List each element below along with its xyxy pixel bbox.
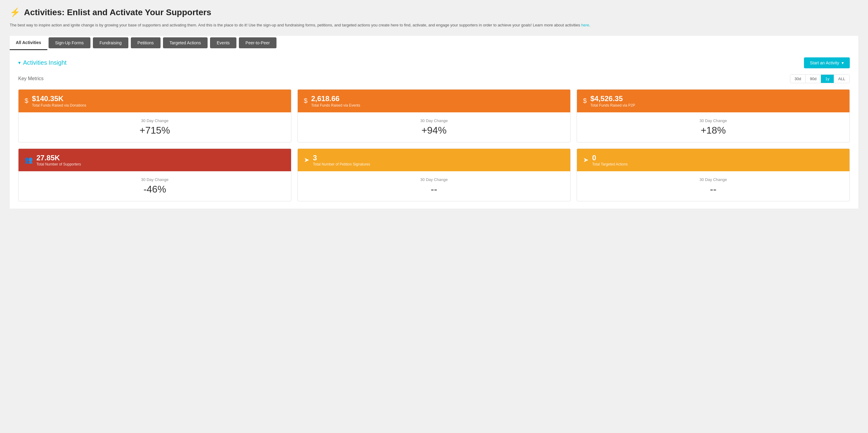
dollar-icon-events: $	[304, 97, 307, 105]
tab-peer-to-peer[interactable]: Peer-to-Peer	[239, 37, 277, 48]
donations-label: Total Funds Raised via Donations	[32, 103, 86, 108]
metric-card-donations: $ $140.35K Total Funds Raised via Donati…	[18, 89, 291, 142]
targeted-label: Total Targeted Actions	[592, 162, 628, 166]
tab-events[interactable]: Events	[210, 37, 237, 48]
donations-change-label: 30 Day Change	[25, 118, 285, 123]
metric-card-petitions: ➤ 3 Total Number of Petition Signatures …	[298, 148, 570, 202]
metric-card-header-p2p: $ $4,526.35 Total Funds Raised via P2P	[577, 90, 849, 112]
metric-card-targeted: ➤ 0 Total Targeted Actions 30 Day Change…	[577, 148, 850, 202]
dropdown-arrow-icon: ▾	[842, 60, 844, 65]
metric-card-body-p2p: 30 Day Change +18%	[577, 112, 849, 142]
tab-all-activities[interactable]: All Activities	[10, 36, 48, 50]
events-change-value: +94%	[304, 125, 564, 136]
donations-value: $140.35K	[32, 94, 86, 103]
events-change-label: 30 Day Change	[304, 118, 564, 123]
page-description: The best way to inspire action and ignit…	[10, 22, 858, 29]
petitions-change-value: --	[304, 184, 564, 195]
metric-card-supporters: 👥 27.85K Total Number of Supporters 30 D…	[18, 148, 291, 202]
metric-card-header-events: $ 2,618.66 Total Funds Raised via Events	[298, 90, 570, 112]
metric-card-header-supporters: 👥 27.85K Total Number of Supporters	[19, 149, 291, 172]
petitions-label: Total Number of Petition Signatures	[313, 162, 370, 166]
tab-petitions[interactable]: Petitions	[131, 37, 160, 48]
metric-card-events-funds: $ 2,618.66 Total Funds Raised via Events…	[298, 89, 570, 142]
page-header: ⚡ Activities: Enlist and Activate Your S…	[10, 7, 858, 17]
dollar-icon-donations: $	[25, 97, 28, 105]
tabs-wrapper: All Activities Sign-Up Forms Fundraising…	[10, 36, 858, 50]
supporters-value: 27.85K	[36, 154, 81, 163]
dollar-icon-p2p: $	[583, 97, 587, 105]
supporters-icon: 👥	[25, 156, 33, 164]
metric-card-body-donations: 30 Day Change +715%	[19, 112, 291, 142]
time-filter-group: 30d 90d 1y ALL	[790, 75, 850, 83]
petitions-change-label: 30 Day Change	[304, 177, 564, 182]
start-activity-button[interactable]: Start an Activity ▾	[804, 57, 850, 68]
key-metrics-row: Key Metrics 30d 90d 1y ALL	[18, 75, 850, 83]
metric-card-header-donations: $ $140.35K Total Funds Raised via Donati…	[19, 90, 291, 112]
targeted-change-value: --	[583, 184, 843, 195]
petition-icon: ➤	[304, 156, 309, 164]
metric-card-body-petitions: 30 Day Change --	[298, 171, 570, 201]
metric-card-header-petitions: ➤ 3 Total Number of Petition Signatures	[298, 149, 570, 172]
events-funds-label: Total Funds Raised via Events	[311, 103, 360, 108]
start-activity-label: Start an Activity	[810, 60, 839, 65]
page-container: ⚡ Activities: Enlist and Activate Your S…	[0, 0, 868, 216]
learn-more-link[interactable]: here	[581, 23, 589, 27]
metric-card-header-targeted: ➤ 0 Total Targeted Actions	[577, 149, 849, 172]
page-title: Activities: Enlist and Activate Your Sup…	[24, 8, 211, 17]
metric-card-body-supporters: 30 Day Change -46%	[19, 171, 291, 201]
p2p-change-label: 30 Day Change	[583, 118, 843, 123]
supporters-change-value: -46%	[25, 184, 285, 195]
p2p-funds-label: Total Funds Raised via P2P	[590, 103, 635, 108]
petitions-value: 3	[313, 154, 370, 163]
metrics-grid: $ $140.35K Total Funds Raised via Donati…	[18, 89, 850, 202]
p2p-funds-value: $4,526.35	[590, 94, 635, 103]
main-content: ▾ Activities Insight Start an Activity ▾…	[10, 50, 858, 209]
tab-signup-forms[interactable]: Sign-Up Forms	[49, 37, 90, 48]
supporters-label: Total Number of Supporters	[36, 162, 81, 166]
supporters-change-label: 30 Day Change	[25, 177, 285, 182]
targeted-value: 0	[592, 154, 628, 163]
metric-card-body-events: 30 Day Change +94%	[298, 112, 570, 142]
chevron-down-icon: ▾	[18, 60, 21, 65]
metric-card-p2p-funds: $ $4,526.35 Total Funds Raised via P2P 3…	[577, 89, 850, 142]
filter-90d[interactable]: 90d	[805, 75, 821, 83]
filter-all[interactable]: ALL	[834, 75, 849, 83]
targeted-change-label: 30 Day Change	[583, 177, 843, 182]
targeted-icon: ➤	[583, 156, 588, 164]
filter-30d[interactable]: 30d	[790, 75, 806, 83]
key-metrics-label: Key Metrics	[18, 76, 44, 81]
tab-fundraising[interactable]: Fundraising	[93, 37, 128, 48]
activities-insight-label: Activities Insight	[23, 59, 66, 66]
section-header: ▾ Activities Insight Start an Activity ▾	[18, 57, 850, 68]
p2p-change-value: +18%	[583, 125, 843, 136]
donations-change-value: +715%	[25, 125, 285, 136]
events-funds-value: 2,618.66	[311, 94, 360, 103]
lightning-icon: ⚡	[10, 7, 20, 17]
metric-card-body-targeted: 30 Day Change --	[577, 171, 849, 201]
section-title: ▾ Activities Insight	[18, 59, 66, 66]
filter-1y[interactable]: 1y	[821, 75, 834, 83]
tab-targeted-actions[interactable]: Targeted Actions	[163, 37, 208, 48]
